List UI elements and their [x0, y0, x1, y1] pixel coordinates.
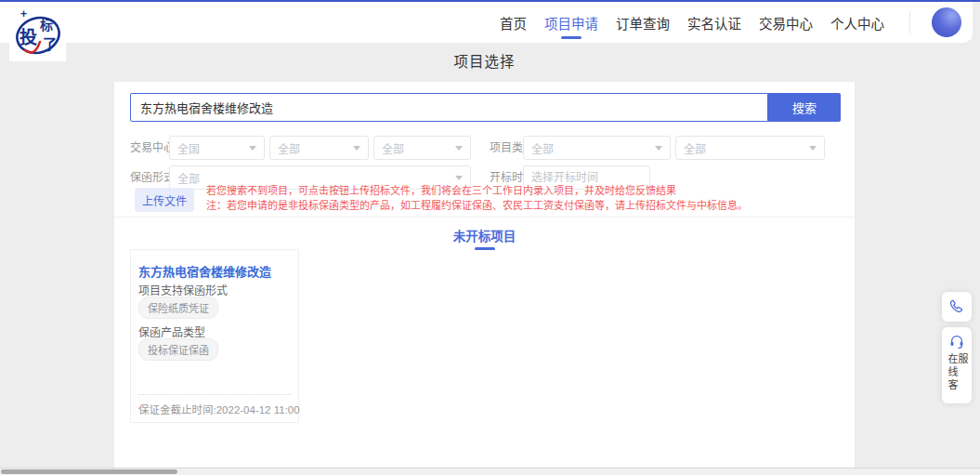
- active-tab-underline: [561, 36, 581, 39]
- nav-item-home[interactable]: 首页: [498, 9, 529, 36]
- support-form-tag: 保险纸质凭证: [138, 297, 218, 319]
- upload-notice-line2: 注：若您申请的是非投标保函类型的产品，如工程履约保证保函、农民工工资支付保函等，…: [206, 199, 819, 212]
- logo-icon: 投 标 了 +: [9, 5, 66, 61]
- select-value: 全部: [278, 140, 300, 156]
- guarantee-form-label: 保函形式: [130, 165, 175, 190]
- tab-bar: 未开标项目: [114, 222, 855, 250]
- deposit-deadline: 保证金截止时间:2022-04-12 11:00: [138, 402, 300, 416]
- main-nav: 首页 项目申请 订单查询 实名认证 交易中心 个人中心: [498, 7, 961, 37]
- project-card-title[interactable]: 东方热电宿舍楼维修改造: [138, 262, 271, 280]
- trade-center-select-city[interactable]: 全部: [269, 136, 369, 160]
- main-panel: 搜索 交易中心 全国 全部 全部 项目类别 全部 全部 保函形式 全部: [114, 82, 855, 475]
- upload-notice: 若您搜索不到项目，可点击按钮上传招标文件，我们将会在三个工作日内录入项目，并及时…: [206, 184, 819, 212]
- svg-text:投: 投: [20, 27, 37, 47]
- chevron-down-icon: [655, 146, 662, 151]
- search-input[interactable]: [130, 93, 768, 122]
- online-service-label: 在线客服: [947, 353, 967, 403]
- tab-unopened-projects[interactable]: 未开标项目: [453, 222, 516, 250]
- page: 首页 项目申请 订单查询 实名认证 交易中心 个人中心 投 标 了 + 项目选择…: [0, 0, 980, 475]
- headset-icon: [948, 334, 965, 350]
- chevron-down-icon: [809, 146, 817, 151]
- page-title: 项目选择: [114, 50, 855, 71]
- nav-item-order-query[interactable]: 订单查询: [614, 9, 672, 36]
- svg-text:了: 了: [43, 36, 57, 52]
- chevron-down-icon: [455, 146, 463, 151]
- project-category-select-2[interactable]: 全部: [675, 136, 825, 160]
- nav-item-label: 项目申请: [544, 17, 598, 32]
- svg-text:+: +: [20, 7, 27, 20]
- project-category-select-1[interactable]: 全部: [523, 136, 671, 160]
- product-type-label: 保函产品类型: [138, 323, 205, 339]
- select-value: 全部: [382, 140, 404, 156]
- select-value: 全部: [531, 140, 554, 156]
- select-value: 全国: [177, 140, 200, 156]
- chevron-down-icon: [353, 146, 360, 151]
- tab-label-text: 未开标项目: [453, 230, 516, 244]
- nav-item-project-apply[interactable]: 项目申请: [542, 9, 600, 36]
- trade-center-label: 交易中心: [130, 136, 175, 160]
- svg-text:标: 标: [39, 18, 53, 33]
- project-card[interactable]: 东方热电宿舍楼维修改造 项目支持保函形式 保险纸质凭证 保函产品类型 投标保证保…: [130, 249, 299, 423]
- search-button[interactable]: 搜索: [768, 93, 841, 122]
- chevron-down-icon: [455, 176, 463, 180]
- support-form-label: 项目支持保函形式: [138, 282, 228, 297]
- nav-item-real-name-auth[interactable]: 实名认证: [686, 9, 743, 36]
- nav-item-trade-center[interactable]: 交易中心: [757, 9, 815, 36]
- upload-notice-line1: 若您搜索不到项目，可点击按钮上传招标文件，我们将会在三个工作日内录入项目，并及时…: [206, 184, 819, 197]
- product-type-tag: 投标保证保函: [138, 338, 218, 361]
- chevron-down-icon: [249, 146, 256, 151]
- trade-center-select-province[interactable]: 全国: [169, 136, 265, 160]
- header: 首页 项目申请 订单查询 实名认证 交易中心 个人中心: [0, 2, 973, 43]
- nav-item-personal-center[interactable]: 个人中心: [829, 9, 886, 36]
- trade-center-select-district[interactable]: 全部: [373, 136, 471, 160]
- upload-file-button[interactable]: 上传文件: [135, 188, 194, 212]
- phone-contact-button[interactable]: [942, 292, 972, 322]
- select-value: 全部: [177, 170, 200, 186]
- online-service-button[interactable]: 在线客服: [942, 327, 972, 403]
- site-logo[interactable]: 投 标 了 +: [9, 5, 66, 61]
- nav-divider: [909, 11, 910, 33]
- phone-icon: [948, 298, 965, 315]
- select-value: 全部: [684, 140, 706, 156]
- section-divider: [114, 217, 855, 218]
- horizontal-scrollbar-thumb[interactable]: [1, 469, 177, 474]
- active-tab-underline: [475, 247, 495, 250]
- user-avatar[interactable]: [932, 7, 961, 37]
- card-dotted-divider: [138, 394, 291, 395]
